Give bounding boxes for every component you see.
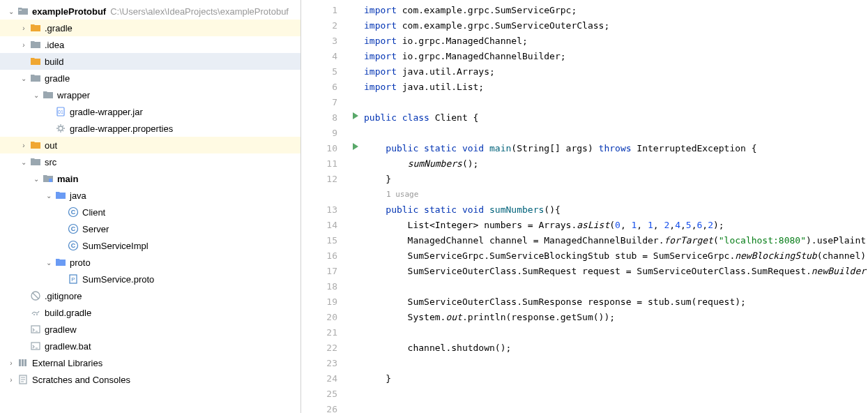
code-line[interactable] (364, 356, 868, 371)
code-line[interactable]: import java.util.List; (364, 80, 868, 95)
tree-row-build-gradle[interactable]: build.gradle (0, 304, 300, 321)
chevron-icon[interactable]: ⌄ (31, 91, 42, 99)
line-number[interactable]: 1 (301, 3, 337, 18)
tree-label: gradle-wrapper.jar (70, 107, 143, 117)
line-number[interactable]: 14 (301, 218, 337, 233)
tree-row-exampleprotobuf[interactable]: ⌄exampleProtobufC:\Users\alex\IdeaProjec… (0, 3, 300, 20)
code-line[interactable]: } (364, 172, 868, 187)
code-line[interactable]: channel.shutdown(); (364, 340, 868, 356)
code-line[interactable]: public static void main(String[] args) t… (364, 141, 868, 156)
line-number[interactable]: 3 (301, 33, 337, 49)
code-line[interactable] (364, 95, 868, 110)
code-line[interactable]: import com.example.grpc.SumServiceOuterC… (364, 18, 868, 33)
line-number[interactable]: 18 (301, 279, 337, 294)
tree-row--idea[interactable]: ›.idea (0, 36, 300, 53)
chevron-icon[interactable]: ⌄ (31, 175, 42, 183)
code-line[interactable] (364, 279, 868, 294)
tree-row-server[interactable]: CServer (0, 220, 300, 237)
code-line[interactable]: import java.util.Arrays; (364, 64, 868, 80)
chevron-icon[interactable]: ⌄ (18, 158, 29, 166)
code-line[interactable]: SumServiceOuterClass.SumRequest request … (364, 264, 868, 279)
tree-row--gitignore[interactable]: .gitignore (0, 287, 300, 304)
code-line[interactable]: System.out.println(response.getSum()); (364, 310, 868, 325)
folder-blue-icon (54, 257, 67, 268)
line-number[interactable]: 15 (301, 233, 337, 248)
line-number[interactable]: 10 (301, 141, 337, 156)
gutter-icons (343, 0, 364, 413)
code-line[interactable]: import io.grpc.ManagedChannel; (364, 33, 868, 49)
tree-row--gradle[interactable]: ›.gradle (0, 20, 300, 36)
code-line[interactable]: public static void sumNumbers(){ (364, 202, 868, 218)
line-number[interactable]: 5 (301, 64, 337, 80)
code-line[interactable]: SumServiceOuterClass.SumResponse respons… (364, 294, 868, 310)
tree-row-gradle-wrapper-properties[interactable]: gradle-wrapper.properties (0, 120, 300, 137)
line-number[interactable]: 21 (301, 325, 337, 340)
tree-row-proto[interactable]: ⌄proto (0, 254, 300, 271)
code-line[interactable] (364, 126, 868, 141)
tree-row-java[interactable]: ⌄java (0, 187, 300, 204)
tree-row-gradle-wrapper-jar[interactable]: 01gradle-wrapper.jar (0, 103, 300, 120)
tree-row-build[interactable]: build (0, 53, 300, 70)
line-number[interactable]: 13 (301, 202, 337, 218)
line-number[interactable]: 8 (301, 110, 337, 126)
tree-path: C:\Users\alex\IdeaProjects\exampleProtob… (110, 6, 289, 17)
code-line[interactable]: SumServiceGrpc.SumServiceBlockingStub st… (364, 248, 868, 264)
code-line[interactable]: } (364, 371, 868, 386)
chevron-icon[interactable]: ⌄ (43, 192, 54, 200)
chevron-icon[interactable]: › (6, 376, 17, 384)
svg-text:01: 01 (58, 110, 63, 114)
chevron-icon[interactable]: › (18, 142, 29, 149)
line-number[interactable]: 26 (301, 402, 337, 413)
line-number[interactable]: 24 (301, 371, 337, 386)
tree-row-client[interactable]: CClient (0, 204, 300, 220)
tree-row-out[interactable]: ›out (0, 137, 300, 153)
code-line[interactable] (364, 386, 868, 402)
svg-point-15 (33, 314, 35, 315)
line-number[interactable]: 22 (301, 340, 337, 356)
chevron-icon[interactable]: › (6, 359, 17, 367)
line-number[interactable]: 23 (301, 356, 337, 371)
line-gutter: 1234567891011121314151617181920212223242… (301, 0, 343, 413)
line-number[interactable]: 20 (301, 310, 337, 325)
tree-row-sumserviceimpl[interactable]: CSumServiceImpl (0, 237, 300, 254)
tree-label: SumServiceImpl (82, 241, 149, 251)
tree-row-gradlew-bat[interactable]: gradlew.bat (0, 338, 300, 354)
line-number[interactable]: 9 (301, 126, 337, 141)
line-number[interactable]: 17 (301, 264, 337, 279)
tree-row-main[interactable]: ⌄main (0, 170, 300, 187)
code-line[interactable] (364, 325, 868, 340)
code-line[interactable] (364, 402, 868, 413)
line-number[interactable]: 16 (301, 248, 337, 264)
tree-row-external-libraries[interactable]: ›External Libraries (0, 354, 300, 371)
code-line[interactable]: ManagedChannel channel = ManagedChannelB… (364, 233, 868, 248)
code-line[interactable]: sumNumbers(); (364, 156, 868, 172)
project-tree[interactable]: ⌄exampleProtobufC:\Users\alex\IdeaProjec… (0, 0, 301, 413)
code-area[interactable]: import com.example.grpc.SumServiceGrpc;i… (364, 0, 868, 413)
tree-row-gradle[interactable]: ⌄gradle (0, 70, 300, 87)
chevron-icon[interactable]: › (18, 24, 29, 32)
code-editor[interactable]: 1234567891011121314151617181920212223242… (301, 0, 868, 413)
line-number[interactable]: 19 (301, 294, 337, 310)
usage-hint[interactable]: 1 usage (364, 187, 868, 202)
line-number[interactable]: 12 (301, 172, 337, 187)
code-line[interactable]: public class Client { (364, 110, 868, 126)
tree-row-src[interactable]: ⌄src (0, 153, 300, 170)
tree-row-scratches-and-consoles[interactable]: ›Scratches and Consoles (0, 371, 300, 388)
tree-row-gradlew[interactable]: gradlew (0, 321, 300, 338)
code-line[interactable]: List<Integer> numbers = Arrays.asList(0,… (364, 218, 868, 233)
code-line[interactable]: import com.example.grpc.SumServiceGrpc; (364, 3, 868, 18)
chevron-icon[interactable]: ⌄ (18, 75, 29, 82)
code-line[interactable]: import io.grpc.ManagedChannelBuilder; (364, 49, 868, 64)
line-number[interactable]: 25 (301, 386, 337, 402)
class-icon: C (67, 223, 79, 234)
line-number[interactable]: 2 (301, 18, 337, 33)
tree-row-wrapper[interactable]: ⌄wrapper (0, 87, 300, 103)
chevron-icon[interactable]: ⌄ (6, 8, 17, 15)
line-number[interactable]: 4 (301, 49, 337, 64)
line-number[interactable]: 7 (301, 95, 337, 110)
line-number[interactable]: 6 (301, 80, 337, 95)
chevron-icon[interactable]: ⌄ (43, 259, 54, 266)
line-number[interactable]: 11 (301, 156, 337, 172)
tree-row-sumservice-proto[interactable]: PSumService.proto (0, 271, 300, 287)
chevron-icon[interactable]: › (18, 41, 29, 49)
